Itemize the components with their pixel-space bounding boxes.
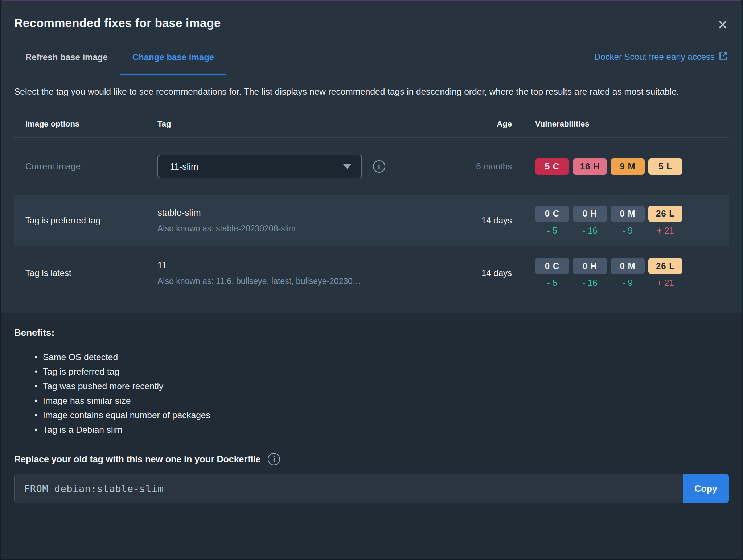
badge-high: 0 H: [573, 258, 607, 274]
row-age: 14 days: [471, 215, 522, 226]
benefit-item: Same OS detected: [14, 350, 729, 365]
delta-low: + 21: [657, 278, 674, 288]
description-text: Select the tag you would like to see rec…: [14, 84, 729, 99]
delta-high: - 16: [582, 278, 597, 288]
benefit-item: Tag is a Debian slim: [14, 423, 729, 437]
benefits-list: Same OS detected Tag is preferred tag Ta…: [14, 350, 729, 437]
dockerfile-code-box: FROM debian:stable-slim: [14, 474, 683, 503]
dockerfile-code-bar: FROM debian:stable-slim Copy: [14, 474, 729, 503]
info-icon[interactable]: i: [268, 453, 280, 465]
dockerfile-heading: Replace your old tag with this new one i…: [14, 454, 260, 465]
docker-scout-link[interactable]: Docker Scout free early access: [594, 50, 728, 63]
tag-cell: stable-slim Also known as: stable-202302…: [157, 207, 471, 234]
close-icon[interactable]: ✕: [717, 18, 728, 32]
tabs-row: Refresh base image Change base image Doc…: [13, 50, 728, 75]
tab-change-base-image[interactable]: Change base image: [120, 52, 226, 75]
current-tag-cell: 11-slim i: [157, 155, 471, 178]
delta-critical: - 5: [547, 226, 557, 236]
badge-high: 16 H: [573, 158, 607, 175]
badge-low: 5 L: [648, 158, 682, 175]
tag-aliases: Also known as: stable-20230208-slim: [157, 224, 471, 234]
badge-critical: 0 C: [535, 258, 569, 274]
table-row-preferred-tag[interactable]: Tag is preferred tag stable-slim Also kn…: [14, 195, 729, 246]
badge-high: 0 H: [573, 206, 607, 222]
tag-name: stable-slim: [157, 207, 471, 218]
tabs: Refresh base image Change base image: [13, 52, 226, 75]
badge-medium: 0 M: [611, 258, 645, 274]
tag-aliases: Also known as: 11.6, bullseye, latest, b…: [157, 276, 471, 286]
copy-button[interactable]: Copy: [683, 474, 729, 503]
vulnerability-badges: 0 C - 5 0 H - 16 0 M - 9 26 L + 21: [522, 206, 729, 236]
dockerfile-code: FROM debian:stable-slim: [24, 483, 164, 494]
tag-select-value: 11-slim: [170, 161, 198, 172]
row-age: 6 months: [471, 161, 522, 172]
column-header-image-options: Image options: [14, 119, 157, 129]
modal-header: Recommended fixes for base image ✕: [1, 1, 742, 32]
column-header-vulnerabilities: Vulnerabilities: [522, 119, 729, 129]
info-icon[interactable]: i: [373, 160, 385, 173]
docker-scout-link-label: Docker Scout free early access: [594, 52, 715, 62]
vulnerability-badges: 5 C 16 H 9 M 5 L: [522, 158, 729, 175]
row-age: 14 days: [471, 268, 522, 278]
benefits-heading: Benefits:: [14, 327, 729, 338]
delta-high: - 16: [582, 226, 597, 236]
tag-name: 11: [157, 260, 471, 271]
badge-low: 26 L: [648, 258, 682, 274]
row-option-label: Tag is latest: [14, 268, 157, 278]
tag-cell: 11 Also known as: 11.6, bullseye, latest…: [157, 260, 471, 286]
badge-critical: 0 C: [535, 206, 569, 222]
column-header-age: Age: [471, 119, 522, 129]
benefits-section: Benefits: Same OS detected Tag is prefer…: [1, 313, 742, 559]
benefit-item: Image has similar size: [14, 394, 729, 408]
delta-medium: - 9: [623, 226, 633, 236]
benefit-item: Tag was pushed more recently: [14, 379, 729, 394]
benefit-item: Tag is preferred tag: [14, 365, 729, 379]
tag-select-dropdown[interactable]: 11-slim: [157, 155, 362, 178]
recommended-fixes-modal: Recommended fixes for base image ✕ Refre…: [0, 0, 743, 560]
column-header-tag: Tag: [157, 119, 471, 129]
badge-critical: 5 C: [535, 158, 569, 175]
tab-refresh-base-image[interactable]: Refresh base image: [13, 52, 120, 75]
table-row-latest-tag[interactable]: Tag is latest 11 Also known as: 11.6, bu…: [14, 246, 729, 300]
delta-low: + 21: [657, 226, 674, 236]
row-option-label: Current image: [14, 161, 157, 172]
badge-medium: 0 M: [611, 206, 645, 222]
table-row-current-image: Current image 11-slim i 6 months 5 C 16 …: [14, 138, 729, 195]
external-link-icon: [718, 50, 728, 63]
badge-low: 26 L: [648, 206, 682, 222]
delta-critical: - 5: [547, 278, 557, 288]
benefit-item: Image contains equal number of packages: [14, 408, 729, 423]
page-title: Recommended fixes for base image: [14, 16, 221, 30]
recommendations-table: Image options Tag Age Vulnerabilities Cu…: [14, 99, 729, 300]
delta-medium: - 9: [623, 278, 633, 288]
table-header-row: Image options Tag Age Vulnerabilities: [14, 99, 729, 138]
dockerfile-heading-row: Replace your old tag with this new one i…: [14, 453, 729, 465]
chevron-down-icon: [343, 164, 351, 169]
row-option-label: Tag is preferred tag: [14, 215, 157, 226]
badge-medium: 9 M: [611, 158, 645, 175]
vulnerability-badges: 0 C - 5 0 H - 16 0 M - 9 26 L + 21: [522, 258, 729, 288]
